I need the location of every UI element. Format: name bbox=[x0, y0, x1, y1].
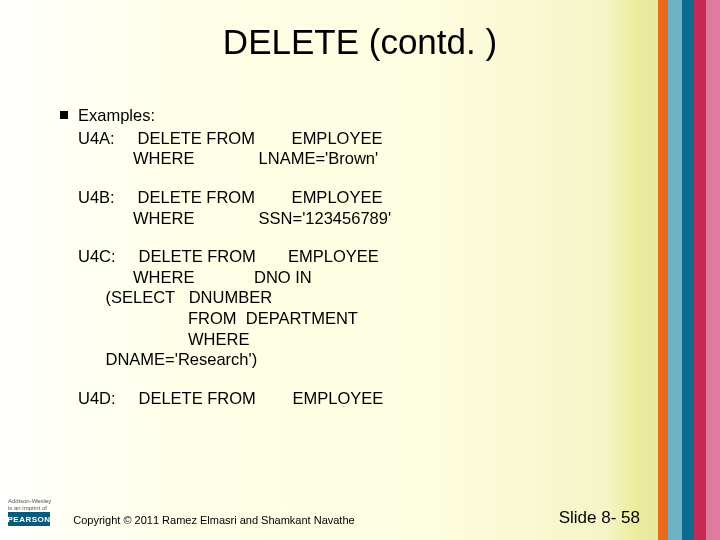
example-u4c: U4C: DELETE FROM EMPLOYEE WHERE DNO IN (… bbox=[78, 246, 620, 370]
slide: DELETE (contd. ) Examples: U4A: DELETE F… bbox=[0, 0, 720, 540]
publisher-badge: Addison-Wesley is an imprint of PEARSON bbox=[8, 498, 51, 526]
copyright-text: Copyright © 2011 Ramez Elmasri and Shamk… bbox=[73, 514, 354, 526]
stripe-teal bbox=[682, 0, 694, 540]
slide-number: Slide 8- 58 bbox=[559, 508, 640, 528]
slide-title: DELETE (contd. ) bbox=[0, 0, 720, 62]
publisher-line1: Addison-Wesley bbox=[8, 498, 51, 504]
stripe-pink bbox=[706, 0, 720, 540]
example-u4d: U4D: DELETE FROM EMPLOYEE bbox=[78, 388, 620, 409]
slide-content: Examples: U4A: DELETE FROM EMPLOYEE WHER… bbox=[60, 105, 620, 409]
decorative-stripes bbox=[658, 0, 720, 540]
square-bullet-icon bbox=[60, 111, 68, 119]
stripe-lightblue bbox=[668, 0, 682, 540]
stripe-orange bbox=[658, 0, 668, 540]
bullet-item: Examples: bbox=[60, 105, 620, 126]
example-u4b: U4B: DELETE FROM EMPLOYEE WHERE SSN='123… bbox=[78, 187, 620, 228]
bullet-label: Examples: bbox=[78, 105, 155, 126]
stripe-red bbox=[694, 0, 706, 540]
pearson-logo: PEARSON bbox=[8, 512, 50, 526]
publisher-line2: is an imprint of bbox=[8, 505, 51, 511]
example-u4a: U4A: DELETE FROM EMPLOYEE WHERE LNAME='B… bbox=[78, 128, 620, 169]
